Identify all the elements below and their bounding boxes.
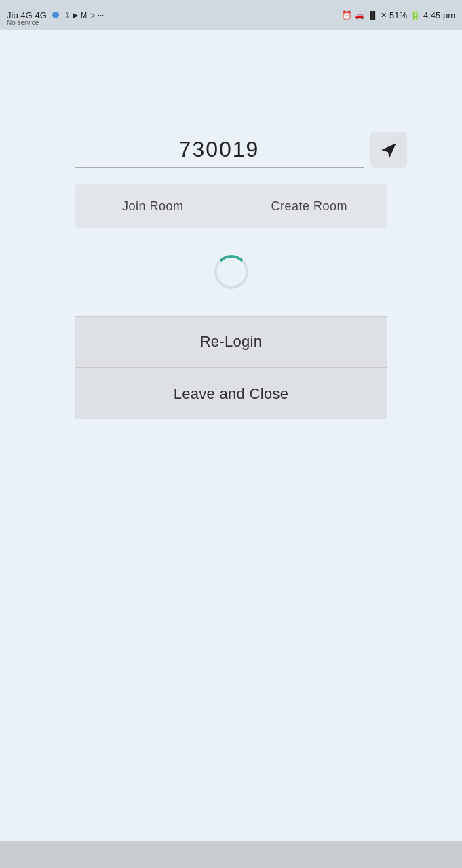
- room-actions-row: Join Room Create Room: [75, 184, 387, 228]
- loading-spinner: [214, 255, 248, 289]
- create-room-button[interactable]: Create Room: [231, 184, 387, 228]
- action-buttons: Re-Login Leave and Close: [75, 316, 387, 419]
- x-signal-icon: ✕: [381, 11, 387, 20]
- no-service-label: No service: [7, 19, 39, 26]
- car-icon: 🚗: [355, 11, 364, 20]
- battery-icon: 🔋: [410, 10, 421, 20]
- moon-icon: ☽: [62, 10, 70, 20]
- alarm-icon: ⏰: [341, 10, 352, 20]
- join-room-button[interactable]: Join Room: [75, 184, 232, 228]
- main-content: Join Room Create Room Re-Login Leave and…: [0, 30, 462, 841]
- battery-label: 51%: [389, 10, 407, 20]
- room-code-input[interactable]: [75, 132, 364, 168]
- status-bar: Jio 4G 4G ☽ ▶ M ▷ ··· ⏰ 🚗 ▐▌ ✕ 51% 🔋 4:4…: [0, 0, 462, 30]
- send-arrow-icon: [380, 141, 398, 159]
- bottom-bar: [0, 841, 462, 868]
- re-login-button[interactable]: Re-Login: [75, 316, 387, 368]
- room-input-row: [75, 132, 387, 168]
- play-store-icon: ▷: [90, 11, 95, 20]
- more-icon: ···: [98, 11, 104, 19]
- time-label: 4:45 pm: [423, 10, 455, 20]
- gmail-icon: M: [81, 11, 87, 19]
- youtube-icon: ▶: [73, 11, 78, 20]
- leave-and-close-button[interactable]: Leave and Close: [75, 368, 387, 419]
- dot-icon: [52, 12, 59, 18]
- spinner-container: [214, 255, 248, 289]
- send-button[interactable]: [370, 132, 407, 168]
- signal-bars-icon: ▐▌: [367, 11, 378, 19]
- status-right: ⏰ 🚗 ▐▌ ✕ 51% 🔋 4:45 pm: [341, 10, 455, 20]
